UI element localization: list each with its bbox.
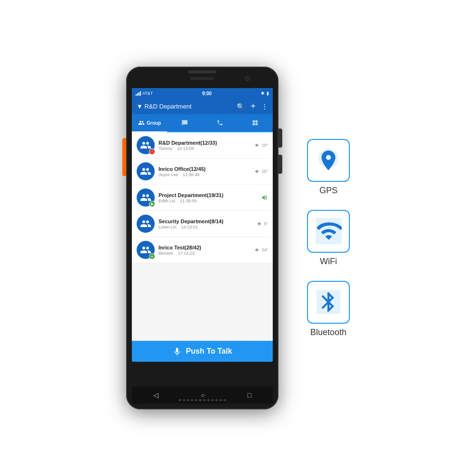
- audio-duration: 9": [264, 221, 268, 226]
- group-sub: Benson 17:14:23: [159, 251, 251, 256]
- group-info: Project Department(19/31) Edith Liu 11:3…: [159, 192, 258, 203]
- ptt-side-button[interactable]: [122, 138, 126, 176]
- device-body: AT&T 9:00 ✱ ▮ ▼ R&D Department: [126, 67, 278, 409]
- avatar: +: [137, 241, 155, 259]
- app-header: ▼ R&D Department 🔍 + ⋮: [132, 99, 273, 114]
- audio-duration: 24": [262, 248, 268, 252]
- department-title: ▼ R&D Department: [137, 103, 191, 110]
- group-item[interactable]: Security Department(8/14) Loren Lin 14:1…: [132, 211, 273, 237]
- bluetooth-icon: ✱: [261, 91, 265, 96]
- group-item[interactable]: ▶ Project Department(19/31) Edith Liu 11…: [132, 185, 273, 211]
- status-bar: AT&T 9:00 ✱ ▮: [132, 88, 273, 99]
- device-wrapper: AT&T 9:00 ✱ ▮ ▼ R&D Department: [126, 67, 278, 409]
- group-audio: 10": [255, 142, 268, 148]
- group-item[interactable]: ! R&D Department(12/33) Tommy 10:13:09 1…: [132, 132, 273, 159]
- header-title: ▼ R&D Department: [137, 103, 191, 110]
- wifi-icon-box: [307, 210, 350, 253]
- group-item[interactable]: Inrico Office(12/45) Joyce Lee 11:36:48 …: [132, 159, 273, 185]
- carrier-label: AT&T: [142, 91, 153, 96]
- bluetooth-icon: [317, 289, 340, 315]
- group-name: Security Department(8/14): [159, 218, 253, 224]
- group-list: ! R&D Department(12/33) Tommy 10:13:09 1…: [132, 132, 273, 341]
- tab-chat[interactable]: [167, 114, 202, 131]
- avatar: ▶: [137, 188, 155, 207]
- bottom-speaker: [178, 397, 226, 403]
- add-icon[interactable]: +: [250, 101, 256, 111]
- group-name: Inrico Office(12/45): [159, 166, 251, 172]
- feature-gps: GPS: [307, 139, 350, 196]
- header-icons: 🔍 + ⋮: [237, 101, 268, 111]
- battery-icon: ▮: [267, 91, 269, 96]
- wifi-label: WiFi: [320, 257, 337, 267]
- tab-more[interactable]: [238, 114, 273, 131]
- group-audio: [261, 194, 268, 201]
- avatar: [137, 162, 155, 180]
- time-label: 9:00: [202, 91, 212, 96]
- group-info: Inrico Office(12/45) Joyce Lee 11:36:48: [159, 166, 251, 177]
- badge-green: +: [149, 253, 155, 259]
- bluetooth-icon-box: [307, 281, 350, 324]
- group-item[interactable]: + Inrico Test(28/42) Benson 17:14:23 24": [132, 237, 273, 263]
- group-name: R&D Department(12/33): [159, 140, 251, 146]
- audio-duration: 10": [262, 143, 268, 148]
- tab-group-label: Group: [147, 120, 161, 126]
- more-icon[interactable]: ⋮: [261, 103, 268, 110]
- avatar: [137, 215, 155, 233]
- group-audio: 15": [255, 169, 268, 174]
- feature-bluetooth: Bluetooth: [307, 281, 350, 337]
- device-top-bar: [188, 70, 217, 73]
- wifi-icon: [316, 218, 342, 244]
- tab-group[interactable]: Group: [132, 114, 167, 131]
- search-icon[interactable]: 🔍: [237, 103, 245, 110]
- tabs-bar: Group: [132, 114, 273, 132]
- group-sub: Tommy 10:13:09: [159, 146, 251, 151]
- group-info: R&D Department(12/33) Tommy 10:13:09: [159, 140, 251, 151]
- status-right: ✱ ▮: [261, 91, 269, 96]
- bluetooth-label: Bluetooth: [310, 327, 347, 337]
- recent-nav-icon[interactable]: □: [248, 391, 251, 399]
- group-info: Inrico Test(28/42) Benson 17:14:23: [159, 245, 251, 256]
- gps-label: GPS: [319, 186, 337, 196]
- group-name: Inrico Test(28/42): [159, 245, 251, 250]
- group-sub: Edith Liu 11:36:59: [159, 198, 258, 203]
- status-left: AT&T: [136, 91, 153, 96]
- push-to-talk-button[interactable]: Push To Talk: [132, 341, 273, 362]
- badge-green: ▶: [149, 201, 155, 207]
- signal-icon: [136, 91, 141, 96]
- front-camera: [245, 76, 250, 81]
- tab-calls[interactable]: [202, 114, 238, 131]
- back-nav-icon[interactable]: ◁: [153, 391, 159, 399]
- group-info: Security Department(8/14) Loren Lin 14:1…: [159, 218, 253, 229]
- group-name: Project Department(19/31): [159, 192, 258, 198]
- ptt-label: Push To Talk: [186, 347, 232, 356]
- feature-wifi: WiFi: [307, 210, 350, 267]
- earpiece-speaker: [190, 77, 214, 80]
- volume-up-button[interactable]: [278, 129, 282, 148]
- group-sub: Loren Lin 14:13:51: [159, 225, 253, 229]
- volume-down-button[interactable]: [278, 155, 282, 174]
- page-container: AT&T 9:00 ✱ ▮ ▼ R&D Department: [0, 0, 476, 476]
- features-panel: GPS WiFi Bluetooth: [307, 139, 350, 337]
- avatar: !: [137, 136, 155, 154]
- group-sub: Joyce Lee 11:36:48: [159, 172, 251, 177]
- group-audio: 9": [257, 221, 268, 227]
- audio-duration: 15": [262, 169, 268, 174]
- badge-red: !: [149, 149, 155, 155]
- gps-icon: [317, 149, 340, 172]
- group-audio: 24": [255, 247, 268, 253]
- screen: AT&T 9:00 ✱ ▮ ▼ R&D Department: [132, 88, 273, 362]
- gps-icon-box: [307, 139, 350, 182]
